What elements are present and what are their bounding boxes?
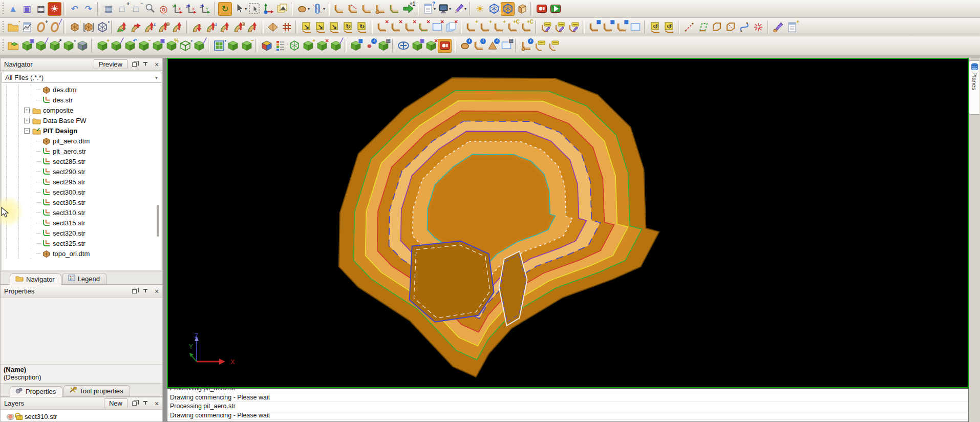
grid-display-bm-icon[interactable]: ▪ [212, 39, 226, 53]
sphere-info-icon[interactable]: ●i [363, 39, 376, 53]
zoom-magnifier-icon[interactable] [143, 2, 157, 16]
select-mode-icon[interactable] [232, 2, 246, 16]
raise-bench-icon[interactable] [171, 20, 184, 34]
delete-layer-icon[interactable]: ✕ [444, 20, 458, 34]
edit-constraint-icon[interactable]: ╱ [109, 39, 123, 53]
block-subtract-icon[interactable]: − [240, 39, 253, 53]
render-image-icon[interactable] [275, 2, 289, 16]
edit-properties-icon[interactable] [452, 2, 465, 16]
view-plan-yx-icon[interactable]: YX [171, 2, 184, 16]
undo-segment-icon[interactable]: ↺ [648, 20, 662, 34]
expand-segment-icon[interactable] [129, 20, 143, 34]
calc-box-icon[interactable] [628, 20, 642, 34]
tree-item-pit-design[interactable]: −✓PIT Design [2, 125, 161, 136]
orient-axes-icon[interactable] [261, 2, 275, 16]
close-segment-icon[interactable] [710, 20, 723, 34]
rotate-view-icon[interactable]: ↻ [218, 2, 232, 16]
move-segment-icon[interactable]: ↘ [313, 20, 327, 34]
select-string-icon[interactable] [359, 2, 373, 16]
tree-item-sect295-str[interactable]: sect295.str [2, 177, 161, 187]
properties-close-icon[interactable]: × [153, 288, 160, 295]
blocks-save-copy-icon[interactable]: ▣ [410, 39, 424, 53]
select-segment-icon[interactable] [346, 2, 359, 16]
tree-expander-icon[interactable]: − [24, 128, 30, 134]
block-calculator-icon[interactable]: ▦ [349, 39, 363, 53]
move-point-icon[interactable]: ↘ [300, 20, 313, 34]
inquire-triangle-icon[interactable]: i [485, 39, 499, 53]
undo-string-icon[interactable]: ↺ [662, 20, 676, 34]
tree-item-sect325-str[interactable]: sect325.str [2, 238, 161, 248]
lighting-sun-icon[interactable]: ☀ [473, 2, 487, 16]
select-by-point-icon[interactable] [373, 2, 387, 16]
new-trisolation-icon[interactable]: + [34, 20, 48, 34]
block-add-table-icon[interactable]: + [301, 39, 315, 53]
redo-icon[interactable]: ↷ [81, 2, 95, 16]
box-select-mode-icon[interactable] [247, 2, 261, 16]
tree-item-sect320-str[interactable]: sect320.str [2, 228, 161, 238]
add-constraint-icon[interactable]: + [95, 39, 109, 53]
save-constraint-icon[interactable]: ▣ [151, 39, 164, 53]
blocks-delete-icon[interactable]: ✕ [424, 39, 438, 53]
delete-in-box-icon[interactable]: ✕ [430, 20, 444, 34]
navigator-pin-icon[interactable] [142, 61, 149, 68]
profile-form-icon[interactable] [20, 20, 34, 34]
digitise-polygon-icon[interactable] [696, 20, 710, 34]
calc-segment-icon[interactable]: ▦ [601, 20, 614, 34]
raise-z-2-icon[interactable]: z [204, 20, 218, 34]
wireframe-green-icon[interactable] [287, 39, 301, 53]
solid-face-icon[interactable] [515, 2, 528, 16]
apply-form-icon[interactable]: ▲ [6, 2, 20, 16]
pan-view-icon[interactable] [396, 39, 410, 53]
edit-blocks-icon[interactable]: ╱ [192, 39, 206, 53]
wireframe-blocks-icon[interactable]: ▪ [178, 39, 192, 53]
zoom-target-icon[interactable]: ◎ [157, 2, 171, 16]
toolbar-grip[interactable] [2, 3, 4, 15]
layers-restore-icon[interactable] [131, 400, 138, 407]
wireframe-sphere-icon[interactable] [487, 2, 501, 16]
inactive-block-model-icon[interactable] [75, 39, 89, 53]
insert-segment-icon[interactable]: + [478, 20, 492, 34]
tree-item-sect285-str[interactable]: sect285.str [2, 156, 161, 166]
open-block-model-icon[interactable] [6, 39, 20, 53]
view-section-zx-icon[interactable]: ZX [184, 2, 198, 16]
insert-string-icon[interactable]: + [492, 20, 505, 34]
preview-button[interactable]: Preview [94, 59, 127, 69]
raise-3-icon[interactable] [218, 20, 232, 34]
save-block-model-icon[interactable]: ▣ [20, 39, 34, 53]
delete-strings-icon[interactable]: ✕ [416, 20, 430, 34]
raise-z-icon[interactable]: z [143, 20, 157, 34]
toolbar-grip[interactable] [2, 21, 4, 33]
record-active-icon[interactable] [438, 39, 452, 53]
rotate-point-icon[interactable]: ↻ [341, 20, 355, 34]
unfold-surface-icon[interactable] [266, 20, 280, 34]
undo-icon[interactable]: ↶ [68, 2, 81, 16]
move-string-icon[interactable]: ↘ [327, 20, 341, 34]
query-label-icon[interactable] [533, 39, 547, 53]
zoom-in-icon[interactable]: □+ [115, 2, 129, 16]
tree-expander-icon[interactable]: + [24, 108, 30, 113]
insert-point-icon[interactable]: + [464, 20, 478, 34]
calc-point-icon[interactable]: ▦ [587, 20, 601, 34]
calc-string-icon[interactable]: ▦ [614, 20, 628, 34]
inquire-area-icon[interactable]: ▤ [499, 39, 513, 53]
block-report-icon[interactable]: ▤ [376, 39, 390, 53]
digitise-line-icon[interactable] [682, 20, 696, 34]
tree-item-composite[interactable]: +composite [2, 105, 161, 115]
save-file-icon[interactable]: ▣ [20, 2, 34, 16]
properties-restore-icon[interactable] [131, 288, 138, 295]
navigator-close-icon[interactable]: × [153, 61, 160, 68]
delete-point-icon[interactable]: ✕ [375, 20, 389, 34]
rotate-segment-icon[interactable]: ↻ [355, 20, 369, 34]
delete-string-icon[interactable]: ✕ [402, 20, 416, 34]
report-document-icon[interactable]: ? [421, 2, 435, 16]
new-layer-button[interactable]: New [104, 398, 127, 408]
file-tree[interactable]: des.dtmdes.str+composite+Data Base FW−✓P… [2, 83, 161, 271]
planes-tab[interactable]: Planes [969, 60, 979, 115]
lower-segment-icon[interactable] [190, 20, 204, 34]
toolbar-grip[interactable] [2, 39, 4, 52]
tree-item-sect305-str[interactable]: sect305.str [2, 197, 161, 207]
colour-legend-icon[interactable] [273, 39, 287, 53]
tree-item-sect315-str[interactable]: sect315.str [2, 218, 161, 228]
delete-segment-icon[interactable]: ✕ [389, 20, 402, 34]
layers-pin-icon[interactable] [142, 400, 149, 407]
